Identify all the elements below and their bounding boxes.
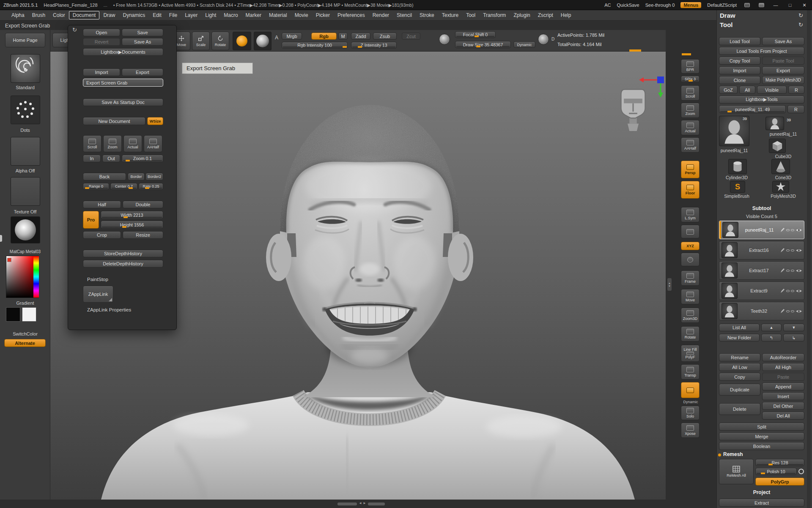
copy-tool-button[interactable]: Copy Tool: [719, 57, 760, 65]
active-tool-slider[interactable]: puneetRaj_11. 49: [719, 105, 786, 113]
spix-slider[interactable]: SPix 3: [681, 76, 700, 82]
zsub-button[interactable]: Zsub: [373, 33, 397, 40]
canvas-hscroll-left-icon[interactable]: ◄: [359, 501, 362, 505]
menu-macro[interactable]: Macro: [220, 11, 241, 19]
gyro-scale-button[interactable]: Scale: [192, 32, 210, 50]
menu-texture[interactable]: Texture: [438, 11, 462, 19]
goz-button[interactable]: GoZ: [719, 86, 738, 94]
all-low-button[interactable]: All Low: [719, 363, 760, 371]
move-3d-button[interactable]: Move: [681, 289, 700, 304]
secondary-color-swatch[interactable]: [22, 307, 36, 322]
tool-thumb-1[interactable]: [765, 117, 784, 130]
doc-zoom-button[interactable]: Zoom: [103, 135, 122, 152]
solo-button[interactable]: Solo: [681, 406, 700, 420]
menu-draw[interactable]: Draw: [99, 11, 119, 19]
draw-size-slider[interactable]: Draw Size 35.48367: [455, 41, 511, 48]
append-button[interactable]: Append: [762, 382, 804, 391]
export-tool-button[interactable]: Export: [762, 66, 804, 74]
floor-grid-button[interactable]: Floor: [681, 181, 700, 199]
stroke-dots-thumb[interactable]: [11, 96, 40, 124]
polish-mode-toggle[interactable]: [798, 469, 804, 474]
draw-palette-title[interactable]: Draw: [720, 12, 735, 19]
doc-back-button[interactable]: Back: [83, 173, 126, 180]
doc-width-slider[interactable]: Width 2213: [101, 211, 163, 219]
material-preview-thumb[interactable]: [254, 32, 272, 50]
perspective-button[interactable]: Persp: [681, 161, 700, 178]
displacement-toggle-icon[interactable]: [791, 290, 794, 292]
delete-button[interactable]: Delete: [719, 403, 760, 415]
doc-crop-button[interactable]: Crop: [83, 231, 121, 239]
aahalf-button[interactable]: AAHalf: [681, 137, 700, 153]
zoom-3d-button[interactable]: Zoom3D: [681, 308, 700, 323]
clone-button[interactable]: Clone: [719, 76, 760, 84]
doc-open-button[interactable]: Open: [83, 29, 120, 36]
menu-zscript[interactable]: Zscript: [534, 11, 557, 19]
xyz-symmetry-button[interactable]: XYZ: [681, 242, 700, 250]
subtool-row-selected[interactable]: puneetRaj_11: [719, 221, 804, 239]
merge-button[interactable]: Merge: [719, 432, 804, 440]
doc-revert-button[interactable]: Revert: [83, 38, 120, 46]
visibility-eye-icon[interactable]: [796, 309, 802, 314]
zadd-button[interactable]: Zadd: [351, 33, 370, 40]
all-high-button[interactable]: All High: [762, 363, 804, 371]
menu-marker[interactable]: Marker: [242, 11, 265, 19]
menu-layer[interactable]: Layer: [181, 11, 201, 19]
menu-movie[interactable]: Movie: [291, 11, 312, 19]
menu-zplugin[interactable]: Zplugin: [510, 11, 534, 19]
actual-size-button[interactable]: Actual: [681, 120, 700, 135]
stroke-preview-thumb[interactable]: [233, 32, 251, 50]
rgb-button[interactable]: Rgb: [311, 33, 337, 40]
canvas-vscroll-widget[interactable]: ▲▼: [667, 278, 672, 291]
displacement-toggle-icon[interactable]: [791, 270, 794, 272]
m-button[interactable]: M: [338, 33, 348, 40]
doc-store-depth-button[interactable]: StoreDepthHistory: [83, 250, 163, 257]
doc-new-document-button[interactable]: New Document: [83, 117, 145, 125]
menu-preferences[interactable]: Preferences: [334, 11, 369, 19]
rename-button[interactable]: Rename: [719, 353, 760, 361]
doc-save-button[interactable]: Save: [122, 29, 163, 36]
remesh-section-title[interactable]: Remesh: [723, 451, 743, 457]
menu-document[interactable]: Document: [69, 11, 100, 19]
texture-off-thumb[interactable]: [11, 177, 40, 206]
menu-file[interactable]: File: [165, 11, 181, 19]
project-section-title[interactable]: Project: [719, 489, 804, 495]
move-to-folder-button[interactable]: ↰: [761, 334, 782, 341]
menus-button[interactable]: Menus: [680, 2, 701, 8]
rotate-3d-button[interactable]: Rotate: [681, 326, 700, 341]
new-folder-button[interactable]: New Folder: [719, 334, 760, 341]
minimize-button[interactable]: —: [771, 2, 780, 8]
tool-thumb-simplebrush[interactable]: S: [730, 181, 745, 193]
quicksave-button[interactable]: QuickSave: [617, 3, 639, 8]
rgb-intensity-slider[interactable]: Rgb Intensity 100: [282, 42, 348, 49]
color-hue-strip[interactable]: [33, 256, 39, 298]
pivot-button[interactable]: [681, 253, 700, 266]
tool-thumb-cube[interactable]: [769, 139, 786, 153]
remesh-res-slider[interactable]: Res 128: [755, 459, 804, 466]
alternate-button[interactable]: Alternate: [4, 339, 46, 347]
visibility-eye-icon[interactable]: [796, 228, 802, 232]
panel-layout2-icon[interactable]: [757, 2, 765, 8]
menu-picker[interactable]: Picker: [312, 11, 334, 19]
menu-tool[interactable]: Tool: [462, 11, 479, 19]
doc-export-screen-grab-button[interactable]: Export Screen Grab: [83, 79, 163, 87]
doc-double-button[interactable]: Double: [123, 201, 163, 208]
load-tools-from-project-button[interactable]: Load Tools From Project: [719, 47, 804, 55]
menu-color[interactable]: Color: [49, 11, 69, 19]
mrgb-button[interactable]: Mrgb: [282, 33, 302, 40]
displacement-toggle-icon[interactable]: [791, 310, 794, 312]
main-color-swatch[interactable]: [6, 307, 20, 322]
tool-r-button[interactable]: R: [787, 105, 804, 113]
displacement-toggle-icon[interactable]: [791, 249, 794, 251]
tool-thumb-cone[interactable]: [771, 159, 790, 174]
uv-toggle-icon[interactable]: [786, 249, 790, 251]
subtool-row[interactable]: Teeth32: [719, 302, 804, 320]
make-polymesh3d-button[interactable]: Make PolyMesh3D: [762, 76, 804, 84]
del-all-button[interactable]: Del All: [762, 412, 804, 420]
doc-aahalf-button[interactable]: AAHalf: [144, 135, 162, 152]
doc-wsize-button[interactable]: WSize: [147, 117, 163, 125]
menu-stroke[interactable]: Stroke: [416, 11, 438, 19]
line-fill-button[interactable]: Line FillPolyF: [681, 345, 700, 362]
extract-button[interactable]: Extract: [719, 499, 804, 507]
subtool-down-button[interactable]: ▼: [783, 324, 804, 331]
menu-render[interactable]: Render: [369, 11, 393, 19]
